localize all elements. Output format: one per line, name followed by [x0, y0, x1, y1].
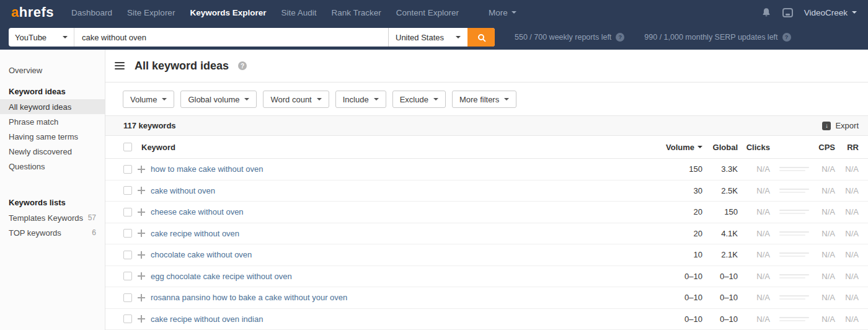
add-to-list-plus-icon[interactable] [137, 208, 146, 216]
cps-value: N/A [809, 314, 835, 324]
column-header-volume[interactable]: Volume [659, 143, 702, 152]
sidebar-item[interactable]: Questions [0, 159, 105, 174]
menu-hamburger-icon[interactable] [115, 62, 125, 69]
add-to-list-plus-icon[interactable] [137, 165, 146, 174]
row-checkbox[interactable] [123, 251, 132, 259]
column-header-rr[interactable]: RR [835, 143, 859, 152]
table-row: cheese cake without oven 20 150 N/A N/A … [105, 202, 868, 223]
rr-value: N/A [835, 314, 859, 324]
sidebar-item[interactable]: All keyword ideas [0, 99, 105, 114]
sidebar-item-count: 57 [88, 213, 96, 222]
row-checkbox[interactable] [123, 229, 132, 238]
keyword-link[interactable]: cake recipe without oven [151, 229, 659, 238]
add-to-list-plus-icon[interactable] [137, 272, 146, 280]
cps-value: N/A [809, 207, 835, 216]
search-button[interactable] [467, 28, 495, 47]
search-row: YouTube United States 550 / 700 weekly r… [0, 25, 868, 50]
filter-dropdown-button[interactable]: More filters [452, 91, 516, 108]
row-checkbox[interactable] [123, 314, 132, 323]
nav-item-label: Rank Tracker [331, 8, 381, 17]
ahrefs-logo[interactable]: ahrefs [11, 4, 54, 20]
nav-item-more[interactable]: More [489, 8, 516, 17]
filter-dropdown-button[interactable]: Global volume [180, 91, 257, 108]
nav-item[interactable]: Keywords Explorer [190, 8, 266, 17]
keyword-link[interactable]: how to make cake without oven [151, 164, 659, 174]
chat-icon[interactable] [782, 8, 793, 17]
row-checkbox[interactable] [123, 165, 132, 174]
row-checkbox[interactable] [123, 272, 132, 280]
nav-item-label: Site Explorer [127, 8, 175, 17]
filter-label: Volume [130, 95, 157, 104]
filter-label: Include [343, 95, 369, 104]
sidebar-item-label: Having same terms [9, 132, 78, 141]
sidebar-item[interactable]: Newly discovered [0, 144, 105, 159]
help-icon[interactable] [782, 33, 791, 42]
row-checkbox[interactable] [123, 186, 132, 195]
page-title: All keyword ideas [135, 60, 229, 73]
keyword-link[interactable]: cheese cake without oven [151, 207, 659, 216]
keyword-link[interactable]: cake without oven [151, 186, 659, 195]
filter-label: Global volume [188, 95, 239, 104]
logo-rest: hrefs [19, 4, 54, 20]
rr-value: N/A [835, 272, 859, 281]
sidebar-item-label: TOP keywords [9, 228, 61, 238]
keyword-link[interactable]: chocolate cake without oven [151, 250, 659, 259]
nav-item[interactable]: Dashboard [71, 8, 112, 17]
volume-value: 20 [659, 229, 702, 238]
notifications-bell-icon[interactable] [761, 7, 771, 17]
table-row: egg chocolate cake recipe without oven 0… [105, 266, 868, 288]
row-checkbox[interactable] [123, 208, 132, 216]
filter-dropdown-button[interactable]: Word count [263, 91, 329, 108]
add-to-list-plus-icon[interactable] [137, 314, 146, 323]
add-to-list-plus-icon[interactable] [137, 186, 146, 195]
filter-dropdown-button[interactable]: Include [335, 91, 386, 108]
help-icon[interactable] [238, 61, 247, 70]
row-checkbox[interactable] [123, 293, 132, 302]
trend-bar-placeholder [770, 295, 809, 300]
trend-bar-placeholder [770, 252, 809, 257]
sidebar-item-overview[interactable]: Overview [0, 62, 105, 78]
sidebar-item-label: Newly discovered [9, 147, 72, 156]
nav-item[interactable]: Content Explorer [396, 8, 459, 17]
cps-value: N/A [809, 272, 835, 281]
chevron-down-icon [456, 36, 461, 38]
column-header-cps[interactable]: CPS [809, 143, 835, 152]
column-header-keyword[interactable]: Keyword [141, 143, 659, 152]
filter-dropdown-button[interactable]: Volume [123, 91, 174, 108]
keyword-link[interactable]: cake recipe without oven indian [151, 314, 659, 324]
sidebar-item-label: Phrase match [9, 117, 58, 127]
sidebar-item[interactable]: Having same terms [0, 129, 105, 144]
cps-value: N/A [809, 250, 835, 259]
country-select[interactable]: United States [388, 28, 467, 47]
add-to-list-plus-icon[interactable] [137, 251, 146, 259]
column-header-clicks[interactable]: Clicks [738, 143, 770, 152]
sidebar-item[interactable]: TOP keywords 6 [0, 225, 105, 240]
add-to-list-plus-icon[interactable] [137, 229, 146, 238]
keyword-search-box: YouTube United States [9, 28, 495, 47]
volume-value: 0–10 [659, 293, 702, 302]
filter-label: More filters [459, 95, 499, 104]
account-menu[interactable]: VideoCreek [804, 8, 857, 17]
column-header-global[interactable]: Global [702, 143, 738, 152]
nav-item[interactable]: Rank Tracker [331, 8, 381, 17]
add-to-list-plus-icon[interactable] [137, 293, 146, 302]
volume-value: 20 [659, 207, 702, 216]
search-engine-select[interactable]: YouTube [9, 28, 74, 47]
table-row: chocolate cake without oven 10 2.1K N/A … [105, 244, 868, 266]
nav-item-label: Dashboard [71, 8, 112, 17]
select-all-checkbox[interactable] [123, 143, 132, 151]
export-download-icon [822, 122, 831, 130]
keyword-search-input[interactable] [74, 28, 388, 47]
topnav-right: VideoCreek [761, 7, 857, 17]
nav-item[interactable]: Site Explorer [127, 8, 175, 17]
keyword-link[interactable]: rosanna pansino how to bake a cake witho… [151, 293, 659, 302]
export-button[interactable]: Export [822, 121, 859, 130]
clicks-value: N/A [738, 164, 770, 174]
filter-dropdown-button[interactable]: Exclude [392, 91, 446, 108]
sidebar-item[interactable]: Templates Keywords 57 [0, 210, 105, 225]
nav-item[interactable]: Site Audit [281, 8, 316, 17]
help-icon[interactable] [616, 33, 624, 42]
sidebar-item[interactable]: Phrase match [0, 114, 105, 129]
keyword-link[interactable]: egg chocolate cake recipe without oven [151, 272, 659, 281]
cps-value: N/A [809, 186, 835, 195]
